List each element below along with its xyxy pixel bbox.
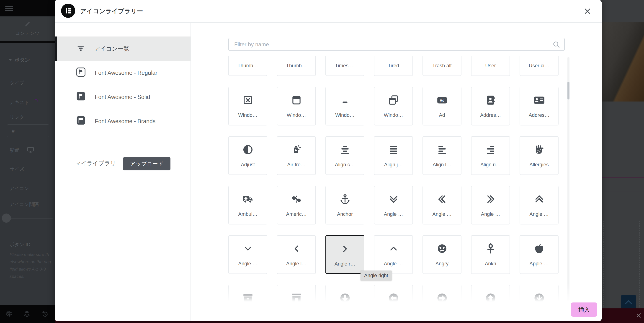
back-to-top-button[interactable] [621,295,636,309]
icon-label: Align c… [335,162,355,168]
dismiss-icon[interactable] [636,312,642,319]
icon-cell-ad[interactable]: AdAd [422,87,462,125]
icon-cell-anchor[interactable]: Anchor [326,186,364,224]
icon-cell-align-right[interactable]: Align ri… [471,136,510,175]
icon-cell-window-close[interactable]: Windo… [228,87,267,125]
align-center-icon [340,138,350,162]
icon-cell-ankh[interactable]: Ankh [471,235,510,274]
icon-cell-adjust[interactable]: Adjust [228,136,267,175]
icon-cell-angle-up[interactable]: Angle … [374,235,413,274]
align-justify-icon [388,138,399,162]
icon-cell[interactable]: Thumb… [277,56,316,76]
icon-cell-align-left[interactable]: Align l… [422,136,462,175]
icon-spacing-slider-handle[interactable] [2,213,11,223]
library-tab-font-awesome-brands[interactable]: Font Awesome - Brands [55,109,190,133]
icon-label: Times … [335,63,355,69]
icon-cell-arrow-circle-down[interactable] [520,285,558,321]
icon-cell-arrow-alt-circle-left[interactable] [374,285,413,321]
icon-cell-arrow-alt-circle-down[interactable] [326,285,364,321]
icon-cell-address-book[interactable]: Addres… [471,87,510,125]
library-tab-font-awesome-regular[interactable]: Font Awesome - Regular [55,61,190,85]
library-tab-item[interactable]: アイコン一覧 [55,37,190,61]
icon-cell-address-card[interactable]: Addres… [520,87,558,125]
icon-label: Angle … [384,261,403,267]
insert-button[interactable]: 挿入 [571,302,597,316]
icon-cell[interactable]: Trash alt [422,56,462,76]
air-freshener-icon [291,138,302,162]
icon-cell-angle-down[interactable]: Angle … [228,235,267,274]
section-button-label: ボタン [14,57,30,63]
icon-cell-archive[interactable] [228,285,267,321]
window-maximize-icon [291,88,302,112]
angle-double-right-icon [485,187,496,211]
icon-cell-arrow-alt-circle-right[interactable] [422,285,462,321]
icon-cell-arrow-alt-circle-up[interactable] [471,285,510,321]
desktop-icon[interactable] [27,147,34,154]
close-icon[interactable] [584,7,591,15]
icon-cell[interactable]: Tired [374,56,413,76]
icon-cell[interactable]: Thumb… [228,56,267,76]
icon-label: Allergies [529,162,548,168]
ambulance-icon [242,187,254,211]
library-tab-label: Font Awesome - Brands [95,118,156,125]
icon-cell-angle-left[interactable]: Angle l… [277,235,316,274]
icon-cell-align-justify[interactable]: Align j… [374,136,413,175]
history-icon[interactable] [42,310,48,318]
link-input-value: # [12,128,14,134]
icon-label: Ankh [485,261,496,267]
upload-button[interactable]: アップロード [123,157,170,170]
icon-cell-angle-double-left[interactable]: Angle … [422,186,462,224]
icon-grid-row [228,285,562,321]
icon-cell-angle-double-up[interactable]: Angle … [520,186,558,224]
icon-cell-ambulance[interactable]: Ambul… [228,186,267,224]
search-input[interactable] [228,38,565,51]
library-sidebar: アイコン一覧Font Awesome - RegularFont Awesome… [55,23,191,321]
section-button-header[interactable]: ボタン [9,57,30,63]
link-input[interactable]: # [7,124,49,137]
arrow-circle-down-icon [533,286,545,310]
angle-up-icon [389,236,398,261]
adjust-icon [242,138,254,162]
icon-cell-apple-alt[interactable]: Apple … [520,235,558,274]
angle-double-left-icon [437,187,448,211]
icon-grid-row: Ambul…Americ…AnchorAngle …Angle …Angle …… [228,186,562,224]
navigator-layers-icon[interactable] [23,310,30,318]
icon-cell-american-sign-language[interactable]: Americ… [277,186,316,224]
library-tab-label: Font Awesome - Solid [95,94,150,100]
icon-cell-angle-right[interactable]: Angle r… [326,235,364,274]
arrow-alt-circle-left-icon [388,286,400,310]
align-right-icon [485,138,496,162]
icon-cell-angle-double-down[interactable]: Angle … [374,186,413,224]
icon-cell[interactable]: User ci… [520,56,558,76]
pencil-icon [24,21,30,28]
icon-cell-window-restore[interactable]: Windo… [374,87,413,125]
icon-cell-window-maximize[interactable]: Windo… [277,87,316,125]
settings-gear-icon[interactable] [6,310,12,318]
scrollbar-thumb[interactable] [568,82,570,100]
icon-cell-allergies[interactable]: Allergies [520,136,558,175]
icon-cell-archway[interactable] [277,285,316,321]
icon-label: User [485,63,496,69]
field-label-text: テキスト [10,99,29,106]
icon-grid-row: Thumb…Thumb…Times …TiredTrash altUserUse… [228,56,562,76]
modal-header: アイコンライブラリー [55,0,602,23]
button-id-help-line: spaces. [10,274,55,279]
page-photo [602,22,644,102]
icon-cell-window-minimize[interactable]: Windo… [326,87,364,125]
icon-cell-air-freshener[interactable]: Air fre… [277,136,316,175]
icon-cell-align-center[interactable]: Align c… [326,136,364,175]
flag-regular-icon [76,67,86,79]
anchor-icon [339,187,351,211]
library-tab-font-awesome-solid[interactable]: Font Awesome - Solid [55,85,190,109]
my-library-row: マイライブラリー アップロード [75,154,170,174]
button-id-help-line: Please make sure th [10,252,55,257]
icon-label: Angle … [481,211,500,217]
icon-cell-angle-double-right[interactable]: Angle … [471,186,510,224]
tab-content[interactable]: コンテンツ [0,17,55,43]
menu-icon[interactable] [5,6,13,12]
icon-cell-angry[interactable]: Angry [422,235,462,274]
arrow-alt-circle-down-icon [339,286,351,310]
icon-cell[interactable]: User [471,56,510,76]
icon-cell[interactable]: Times … [326,56,364,76]
ai-sparkle-icon[interactable] [34,98,39,103]
